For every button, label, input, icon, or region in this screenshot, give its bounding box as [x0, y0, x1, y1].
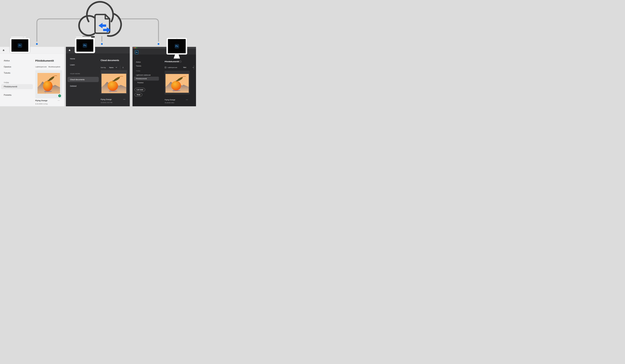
create-new-button[interactable]: Luo uusi [135, 88, 145, 91]
sort-label: Sort by [101, 67, 106, 68]
page-title: Pilvidokumentit [35, 59, 54, 62]
document-menu-button[interactable]: ••• [58, 100, 60, 101]
tablet-device-photoshop: Ps [75, 38, 95, 53]
app-icon-label: Fr [19, 44, 21, 47]
close-window-button[interactable] [133, 47, 134, 48]
photoshop-app-icon: Ps [135, 50, 138, 54]
document-thumbnail [37, 73, 60, 94]
sort-label: Lajitteluperuste [35, 66, 47, 68]
tablet-screen: Fr [11, 39, 28, 52]
sidebar-item-tutustu[interactable]: Tutustu [4, 72, 10, 74]
document-title: Flying Orange [35, 100, 48, 102]
sidebar-item-label: Pilvidokumentit [4, 85, 17, 88]
document-card[interactable] [35, 70, 62, 98]
document-thumbnail [165, 74, 189, 93]
document-card[interactable] [101, 70, 127, 94]
sidebar-section-tyosi: TYÖSI [4, 82, 9, 84]
sort-direction-icon[interactable]: ↓ [122, 66, 124, 69]
stylus [11, 37, 26, 38]
sidebar-item-deleted[interactable]: Deleted [70, 85, 76, 87]
sidebar-section-your-work: YOUR WORK [70, 73, 80, 74]
home-icon[interactable] [2, 49, 5, 52]
tablet-device-fresco: Fr [10, 38, 30, 53]
document-thumbnail [101, 74, 126, 93]
photoshop-app-icon: Ps [175, 44, 179, 49]
photoshop-ipad-panel: Home Learn YOUR WORK Cloud documents Del… [66, 47, 130, 106]
sidebar-item-poistettu[interactable]: Poistettu [4, 94, 11, 96]
sort-value[interactable]: Muokkauspäivä [49, 66, 60, 68]
sort-label: Lajitteluperuste [167, 67, 177, 68]
sidebar-item-poistetut[interactable]: Poistetut [137, 82, 144, 84]
document-title: Flying Orange [101, 98, 112, 100]
fresco-panel: Aloitus Opastus Tutustu TYÖSI Pilvidokum… [0, 47, 64, 106]
camera-dot [10, 45, 11, 46]
sidebar-item-home[interactable]: Home [70, 57, 75, 60]
photoshop-app-icon: Ps [83, 43, 87, 48]
zoom-window-button[interactable] [136, 47, 137, 48]
stylus [76, 37, 91, 38]
fresco-app-icon: Fr [18, 43, 22, 48]
tablet-screen: Ps [76, 39, 93, 52]
desktop-monitor-photoshop: Ps [166, 38, 187, 55]
camera-dot [177, 38, 177, 39]
chevron-down-icon[interactable] [192, 67, 194, 68]
sidebar-item-aloitus[interactable]: Aloitus [136, 61, 141, 63]
sidebar-item-label: Cloud documents [70, 79, 85, 81]
sidebar-item-opastus[interactable]: Opastus [4, 66, 11, 68]
document-date: 16 päivää sitten [165, 102, 174, 103]
photoshop-desktop-panel: Ps Aloitus Tutustu TYÖSI Lightroom-valok… [132, 47, 196, 106]
app-icon-label: Ps [136, 52, 137, 53]
app-icon-label: Ps [176, 45, 178, 48]
app-icon-label: Ps [84, 44, 86, 47]
document-menu-button[interactable]: ••• [123, 99, 125, 100]
document-title: Flying Orange [165, 99, 175, 101]
sync-endpoint-dots [36, 43, 159, 45]
sidebar-item-tutustu[interactable]: Tutustu [136, 65, 141, 67]
sidebar-item-aloitus[interactable]: Aloitus [4, 59, 10, 62]
sort-dropdown[interactable]: Nimi [183, 67, 186, 68]
home-icon[interactable] [68, 49, 71, 52]
sidebar-item-label: Pilvidokumentit [136, 78, 147, 80]
minimize-window-button[interactable] [135, 47, 136, 48]
document-menu-button[interactable]: ••• [186, 99, 188, 100]
sidebar-item-cloud-documents[interactable]: Cloud documents [67, 77, 99, 82]
sort-checkbox[interactable] [165, 67, 166, 68]
sidebar-section-tyosi: TYÖSI [136, 70, 140, 72]
page-title: Pilvidokumentit [165, 60, 179, 63]
sort-dropdown[interactable]: Name [109, 67, 114, 68]
monitor-stand [173, 54, 181, 59]
sidebar-item-learn[interactable]: Learn [70, 64, 75, 66]
sidebar-item-pilvidokumentit[interactable]: Pilvidokumentit [1, 84, 33, 89]
info-icon[interactable]: i [180, 60, 182, 63]
divider [120, 66, 120, 69]
camera-dot [75, 45, 76, 46]
sync-complete-badge [58, 94, 61, 97]
sidebar-item-lightroom-valokuvat[interactable]: Lightroom-valokuvat [136, 74, 151, 76]
chevron-down-icon[interactable] [116, 67, 117, 68]
document-card[interactable] [165, 71, 190, 94]
check-icon [59, 95, 60, 97]
monitor-screen: Ps [168, 39, 186, 53]
document-date: 11/10/19, 5:57 PM [101, 102, 112, 103]
sidebar-item-pilvidokumentit[interactable]: Pilvidokumentit [134, 77, 159, 81]
document-date: 8.10.2020 2.13 ip. [35, 103, 48, 105]
page-title: Cloud documents [101, 59, 119, 62]
open-button[interactable]: Avaa [135, 93, 142, 96]
